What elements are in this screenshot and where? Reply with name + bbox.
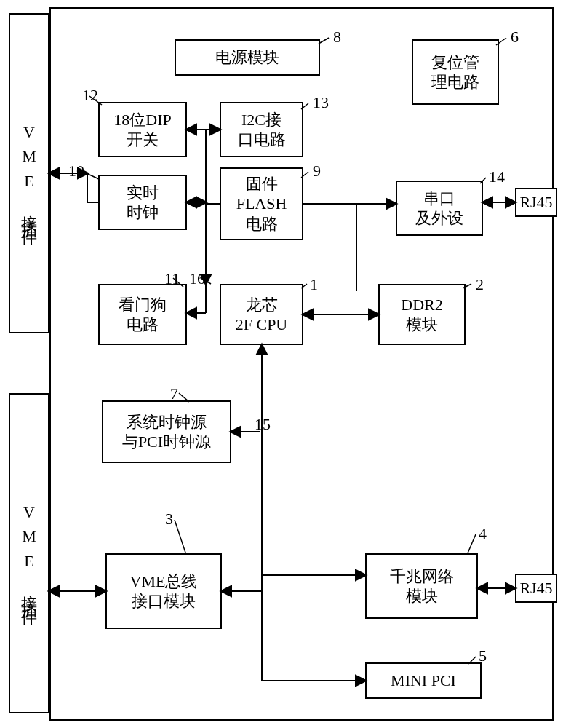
diagram-canvas: V M E 接插件 V M E 接插件 RJ45 RJ45 电源模块 8 复位管… [0,0,563,728]
ddr2-module: DDR2 模块 [378,284,466,345]
vme-top-label: 接插件 [19,202,39,224]
watchdog: 看门狗 电路 [98,284,187,345]
firmware-flash: 固件 FLASH 电路 [220,167,303,240]
vme-bot-v: V [23,502,35,523]
serial-peripherals: 串口 及外设 [396,181,483,236]
vme-connector-bottom: V M E 接插件 [9,393,49,713]
reset-mgmt: 复位管 理电路 [412,39,499,105]
vme-bus-interface: VME总线 接口模块 [105,553,222,629]
vme-bot-label: 接插件 [19,582,39,604]
label-5: 5 [479,646,487,665]
label-1: 1 [310,275,318,294]
dip-switch: 18位DIP 开关 [98,102,187,157]
vme-top-v: V [23,122,35,143]
label-9: 9 [313,162,321,181]
power-module: 电源模块 [175,39,320,76]
gigabit-network: 千兆网络 模块 [365,553,478,619]
label-2: 2 [476,275,484,294]
clock-sources: 系统时钟源 与PCI时钟源 [102,400,231,463]
vme-connector-top: V M E 接插件 [9,13,49,333]
label-3: 3 [165,510,173,529]
label-7: 7 [170,384,178,403]
label-16: 16 [189,269,205,288]
vme-top-m: M [22,146,36,167]
label-8: 8 [333,28,341,47]
mini-pci: MINI PCI [365,662,482,699]
label-10: 10 [68,162,84,181]
label-13: 13 [313,93,329,112]
vme-bot-m: M [22,526,36,547]
label-14: 14 [489,167,505,186]
label-11: 11 [164,269,180,288]
loongson-cpu: 龙芯 2F CPU [220,284,303,345]
label-15: 15 [255,415,271,434]
rj45-bottom: RJ45 [515,574,557,603]
vme-top-e: E [24,171,33,191]
label-12: 12 [82,86,98,105]
rj45-top: RJ45 [515,188,557,217]
vme-bot-e: E [24,551,33,571]
label-4: 4 [479,524,487,543]
i2c-interface: I2C接 口电路 [220,102,303,157]
label-6: 6 [511,28,519,47]
rtc: 实时 时钟 [98,175,187,230]
